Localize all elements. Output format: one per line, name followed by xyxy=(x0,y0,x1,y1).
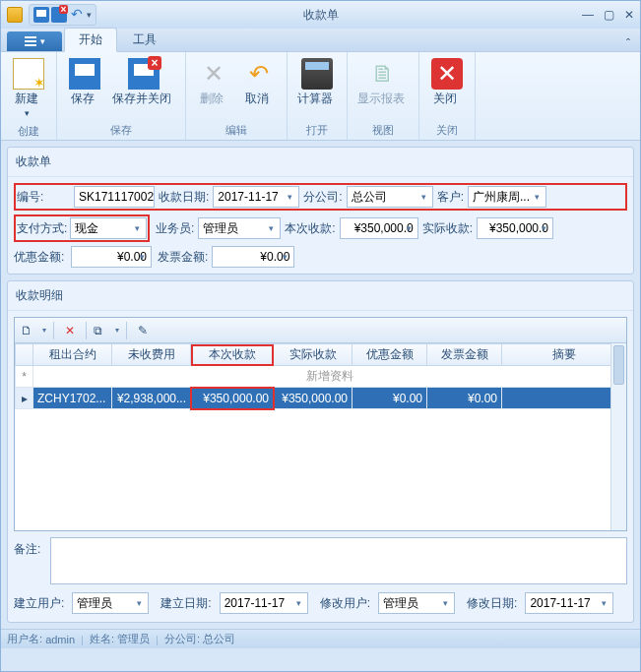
grid-new-button[interactable]: 🗋▾ xyxy=(19,321,48,340)
discount-label: 优惠金额: xyxy=(14,249,71,266)
group-open-label: 打开 xyxy=(293,121,341,140)
save-close-button[interactable]: 保存并关闭 xyxy=(108,56,179,121)
chevron-down-icon[interactable]: ▾ xyxy=(403,221,416,235)
app-icon xyxy=(7,7,23,23)
cancel-button[interactable]: ↶取消 xyxy=(237,56,281,121)
grid-delete-button[interactable]: ✕ xyxy=(59,321,81,340)
col-invoice[interactable]: 发票金额 xyxy=(427,344,502,366)
cdate-label: 建立日期: xyxy=(160,595,215,612)
row1-highlight: 编号: SK171117002 收款日期: 2017-11-17▾ 分公司: 总… xyxy=(14,183,627,211)
close-window-button[interactable]: ✕ xyxy=(624,8,634,22)
code-field[interactable]: SK171117002 xyxy=(74,186,155,208)
chevron-down-icon[interactable]: ▾ xyxy=(292,596,305,610)
quick-access-toolbar: ↶ ▾ xyxy=(29,4,96,26)
mdate-field[interactable]: 2017-11-17▾ xyxy=(525,592,613,614)
customer-field[interactable]: 广州康周...▾ xyxy=(468,186,546,208)
chevron-down-icon[interactable]: ▾ xyxy=(538,221,550,235)
chevron-down-icon[interactable]: ▾ xyxy=(284,190,296,204)
chevron-down-icon[interactable]: ▾ xyxy=(531,190,544,204)
status-branch-label: 分公司: xyxy=(164,632,200,646)
customer-label: 客户: xyxy=(437,189,468,206)
cuser-field[interactable]: 管理员▾ xyxy=(72,592,149,614)
qat-dropdown-icon[interactable]: ▾ xyxy=(87,10,92,20)
report-button: 🗎显示报表 xyxy=(353,56,413,121)
ribbon: 新建▾ 创建 保存 保存并关闭 保存 ✕删除 ↶取消 编辑 计算器 打开 🗎显示… xyxy=(1,52,640,141)
cdate-field[interactable]: 2017-11-17▾ xyxy=(220,592,308,614)
col-unpaid[interactable]: 未收费用 xyxy=(112,344,191,366)
muser-label: 修改用户: xyxy=(320,595,374,612)
group-create-label: 创建 xyxy=(7,122,50,141)
invoice-field[interactable]: ¥0.00▾ xyxy=(212,246,294,268)
form-panel: 收款单 编号: SK171117002 收款日期: 2017-11-17▾ 分公… xyxy=(7,147,634,275)
status-user: admin xyxy=(45,634,75,645)
branch-field[interactable]: 总公司▾ xyxy=(347,186,433,208)
group-close-label: 关闭 xyxy=(425,121,469,140)
chevron-down-icon[interactable]: ▾ xyxy=(131,221,144,235)
qat-undo-icon[interactable]: ↶ xyxy=(69,7,85,23)
group-view-label: 视图 xyxy=(353,121,413,140)
col-remark[interactable]: 摘要 xyxy=(502,344,626,366)
form-header: 收款单 xyxy=(8,148,633,177)
paymethod-label: 支付方式: xyxy=(17,220,70,237)
file-menu-button[interactable]: ▾ xyxy=(7,31,62,51)
detail-header: 收款明细 xyxy=(8,281,633,311)
pencil-icon: ✎ xyxy=(138,324,148,337)
close-button[interactable]: ✕关闭 xyxy=(425,56,469,121)
tab-tools[interactable]: 工具 xyxy=(119,29,170,51)
col-thistime[interactable]: 本次收款 xyxy=(191,344,274,366)
col-contract[interactable]: 租出合约 xyxy=(33,344,112,366)
save-button[interactable]: 保存 xyxy=(63,56,106,121)
ribbon-tabstrip: ▾ 开始 工具 ˆ xyxy=(1,29,640,52)
remark-textarea[interactable] xyxy=(50,537,627,584)
chevron-down-icon[interactable]: ▾ xyxy=(279,250,291,264)
branch-label: 分公司: xyxy=(303,189,346,206)
discount-field[interactable]: ¥0.00▾ xyxy=(71,246,152,268)
cuser-label: 建立用户: xyxy=(14,595,68,612)
chevron-down-icon[interactable]: ▾ xyxy=(133,596,146,610)
cell-thistime-highlight: ¥350,000.00 xyxy=(191,388,274,409)
col-actual[interactable]: 实际收款 xyxy=(274,344,353,366)
delete-button: ✕删除 xyxy=(192,56,235,121)
page-icon: 🗋 xyxy=(21,324,32,337)
calculator-button[interactable]: 计算器 xyxy=(293,56,341,121)
col-discount[interactable]: 优惠金额 xyxy=(353,344,427,366)
thistime-field[interactable]: ¥350,000.0▾ xyxy=(340,217,418,239)
grid-edit-button[interactable]: ✎ xyxy=(132,321,154,340)
grid-data-row[interactable]: ▸ ZCHY1702... ¥2,938,000... ¥350,000.00 … xyxy=(16,388,626,409)
group-edit-label: 编辑 xyxy=(192,121,281,140)
paymethod-field[interactable]: 现金▾ xyxy=(70,217,147,239)
window-title: 收款单 xyxy=(303,7,339,24)
new-button[interactable]: 新建▾ xyxy=(7,56,50,122)
chevron-down-icon[interactable]: ▾ xyxy=(417,190,430,204)
copy-icon: ⧉ xyxy=(94,324,102,337)
remark-label: 备注: xyxy=(14,537,44,584)
chevron-down-icon[interactable]: ▾ xyxy=(265,221,278,235)
grid-new-row[interactable]: * 新增资料 xyxy=(16,366,626,388)
grid-copy-button[interactable]: ⧉▾ xyxy=(92,321,121,340)
qat-saveclose-icon[interactable] xyxy=(51,7,67,23)
thistime-label: 本次收款: xyxy=(285,220,339,237)
detail-panel: 收款明细 🗋▾ ✕ ⧉▾ ✎ 租出合约 未收费用 本次收款 实际收款 优惠金额 … xyxy=(7,280,634,623)
group-save-label: 保存 xyxy=(63,121,179,140)
date-field[interactable]: 2017-11-17▾ xyxy=(213,186,299,208)
invoice-label: 发票金额: xyxy=(158,249,212,266)
chevron-down-icon[interactable]: ▾ xyxy=(439,596,452,610)
clerk-field[interactable]: 管理员▾ xyxy=(198,217,281,239)
chevron-down-icon[interactable]: ▾ xyxy=(598,596,610,610)
status-name-label: 姓名: xyxy=(90,632,114,646)
code-label: 编号: xyxy=(17,189,74,206)
grid-header-row: 租出合约 未收费用 本次收款 实际收款 优惠金额 发票金额 摘要 xyxy=(16,344,626,366)
grid-toolbar: 🗋▾ ✕ ⧉▾ ✎ xyxy=(15,318,626,343)
minimize-button[interactable]: — xyxy=(582,8,594,22)
chevron-down-icon[interactable]: ▾ xyxy=(136,250,149,264)
qat-save-icon[interactable] xyxy=(33,7,49,23)
audit-row: 建立用户: 管理员▾ 建立日期: 2017-11-17▾ 修改用户: 管理员▾ … xyxy=(8,588,633,622)
maximize-button[interactable]: ▢ xyxy=(604,8,614,22)
ribbon-collapse-icon[interactable]: ˆ xyxy=(616,37,640,51)
status-user-label: 用户名: xyxy=(7,632,42,646)
actual-label: 实际收款: xyxy=(422,220,477,237)
muser-field[interactable]: 管理员▾ xyxy=(378,592,455,614)
tab-start[interactable]: 开始 xyxy=(64,28,117,52)
actual-field[interactable]: ¥350,000.0▾ xyxy=(477,217,553,239)
grid-scrollbar[interactable] xyxy=(610,343,626,530)
